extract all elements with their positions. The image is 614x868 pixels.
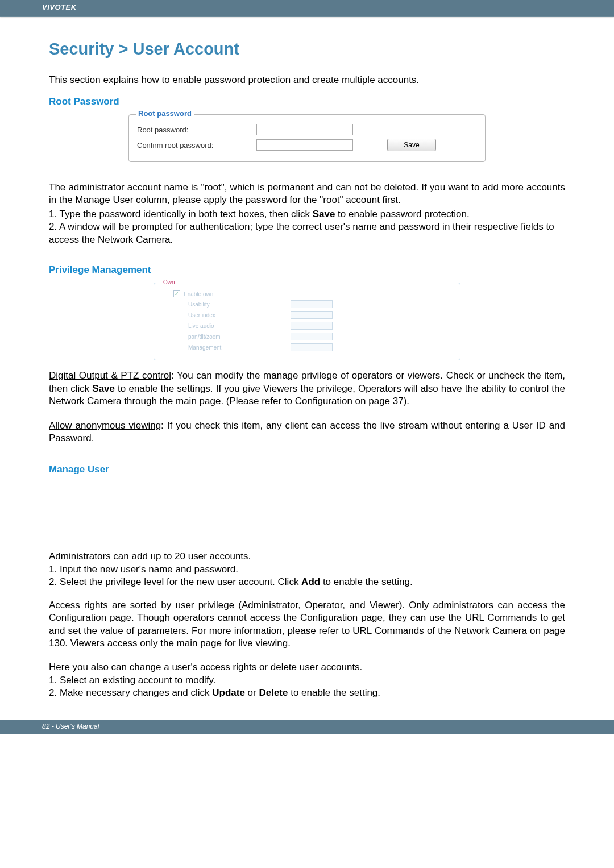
header-bar: VIVOTEK (0, 0, 614, 16)
save-button[interactable]: Save (387, 139, 436, 151)
pantiltzoom-label: pan/tilt/zoom (188, 334, 285, 340)
privilege-management-heading: Privilege Management (49, 264, 565, 276)
enable-own-row: ✓ Enable own (173, 290, 453, 297)
root-step-2: 2. A window will be prompted for authent… (49, 221, 565, 246)
digital-output-text-b: to enable the settings. If you give View… (49, 383, 565, 406)
enable-own-label: Enable own (184, 291, 280, 297)
privilege-panel: Own ✓ Enable own Usability User index Li… (154, 283, 460, 360)
manage-user-step4: 2. Make necessary changes and click Upda… (49, 687, 565, 699)
digital-output-save: Save (92, 383, 115, 394)
manage-user-p1: Administrators can add up to 20 user acc… (49, 550, 565, 563)
root-step-1: 1. Type the password identically in both… (49, 208, 565, 221)
allow-anonymous-paragraph: Allow anonymous viewing: If you check th… (49, 420, 565, 445)
manage-user-heading: Manage User (49, 464, 565, 475)
live-audio-row: Live audio (188, 322, 453, 330)
confirm-root-password-input[interactable] (256, 139, 353, 151)
manage-user-delete: Delete (259, 687, 288, 698)
manage-user-p3: Here you also can change a user's access… (49, 661, 565, 674)
usability-row: Usability (188, 300, 453, 308)
root-step-1a: 1. Type the password identically in both… (49, 209, 313, 219)
user-index-label: User index (188, 312, 285, 318)
manage-user-step4e: to enable the setting. (288, 687, 380, 698)
user-index-row: User index (188, 311, 453, 319)
live-audio-dropdown[interactable] (291, 322, 333, 330)
usability-input[interactable] (291, 300, 333, 308)
management-label: Management (188, 344, 285, 351)
root-step-1c: to enable password protection. (335, 209, 469, 219)
root-password-input[interactable] (256, 124, 353, 135)
pantiltzoom-dropdown[interactable] (291, 333, 333, 340)
digital-output-label: Digital Output & PTZ control (49, 370, 171, 381)
manage-user-step4c: or (245, 687, 259, 698)
manage-user-step3: 1. Select an existing account to modify. (49, 674, 565, 687)
enable-own-checkbox[interactable]: ✓ (173, 290, 180, 297)
intro-paragraph: This section explains how to enable pass… (49, 74, 565, 86)
management-row: Management (188, 343, 453, 351)
manage-user-step1: 1. Input the new user's name and passwor… (49, 563, 565, 576)
manage-user-p2: Access rights are sorted by user privile… (49, 599, 565, 650)
root-password-legend: Root password (136, 109, 194, 118)
footer-bar: 82 - User's Manual (0, 720, 614, 734)
confirm-root-password-row: Confirm root password: Save (137, 139, 477, 151)
manage-user-step2a: 2. Select the privilege level for the ne… (49, 576, 301, 587)
root-password-row: Root password: (137, 124, 477, 135)
footer-page-number: 82 - User's Manual (0, 720, 614, 730)
live-audio-label: Live audio (188, 323, 285, 329)
manage-user-add: Add (301, 576, 320, 587)
manage-user-step2: 2. Select the privilege level for the ne… (49, 576, 565, 588)
manage-user-step4a: 2. Make necessary changes and click (49, 687, 212, 698)
management-dropdown[interactable] (291, 343, 333, 351)
root-description-paragraph: The administrator account name is "root"… (49, 181, 565, 207)
usability-label: Usability (188, 301, 285, 308)
allow-anonymous-label: Allow anonymous viewing (49, 420, 161, 431)
root-password-label: Root password: (137, 126, 256, 134)
root-step-1-save: Save (313, 209, 335, 219)
manage-user-step2c: to enable the setting. (320, 576, 413, 587)
privilege-legend: Own (161, 279, 177, 285)
brand-logo: VIVOTEK (0, 0, 614, 11)
page-title: Security > User Account (49, 40, 565, 59)
user-index-dropdown[interactable] (291, 311, 333, 319)
manage-user-update: Update (212, 687, 245, 698)
root-password-heading: Root Password (49, 96, 565, 107)
confirm-root-password-label: Confirm root password: (137, 141, 256, 149)
digital-output-paragraph: Digital Output & PTZ control: You can mo… (49, 369, 565, 408)
pantiltzoom-row: pan/tilt/zoom (188, 333, 453, 340)
page-content: Security > User Account This section exp… (0, 17, 614, 700)
root-password-panel: Root password Root password: Confirm roo… (128, 114, 486, 162)
manage-user-placeholder (49, 482, 565, 550)
